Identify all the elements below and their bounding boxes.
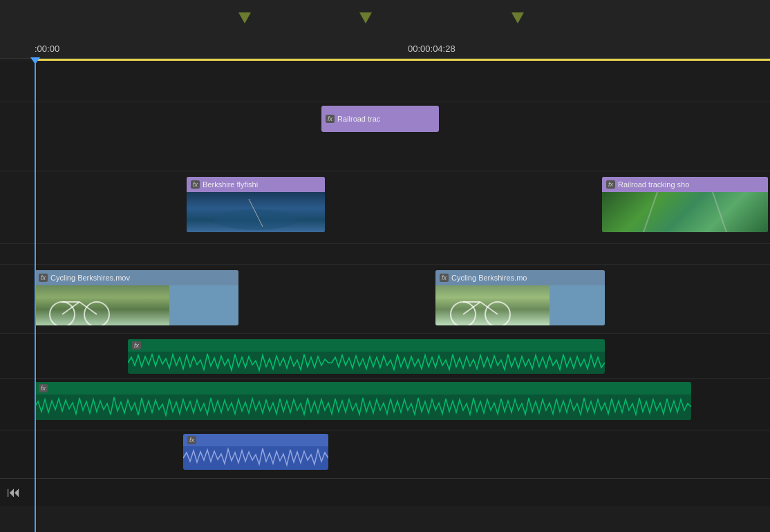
- fx-badge-railroad-tracking: fx: [606, 180, 615, 189]
- track-row-7: fx: [0, 379, 770, 430]
- timecodes: :00:00 00:00:04:28: [0, 38, 770, 59]
- svg-line-8: [62, 302, 79, 314]
- svg-line-3: [713, 192, 726, 232]
- clip-label-cycling-1: Cycling Berkshires.mov: [50, 274, 130, 282]
- timeline-container: :00:00 00:00:04:28 fx Railroad trac: [0, 0, 770, 532]
- clip-label-railroad-top: Railroad trac: [337, 115, 380, 123]
- clip-label-berkshire: Berkshire flyfishi: [203, 180, 258, 189]
- track-row-2: fx Railroad trac: [0, 102, 770, 171]
- playhead-line: [35, 59, 36, 532]
- track-row-1: [0, 61, 770, 102]
- track-row-5: fx Cycling Berkshires.mov: [0, 265, 770, 334]
- skip-to-start-button[interactable]: ⏮: [7, 484, 21, 500]
- fx-badge-audio-1: fx: [132, 341, 141, 350]
- clip-cycling-1[interactable]: fx Cycling Berkshires.mov: [35, 270, 238, 325]
- clip-railroad-top[interactable]: fx Railroad trac: [321, 106, 439, 132]
- fx-badge-cycling-1: fx: [39, 274, 48, 282]
- bottom-controls: ⏮: [0, 478, 770, 506]
- fx-badge-audio-3: fx: [187, 436, 196, 444]
- track-row-4: [0, 244, 770, 265]
- clip-label-railroad-tracking: Railroad tracking sho: [618, 180, 689, 189]
- fx-badge-berkshire: fx: [191, 180, 200, 189]
- clip-railroad-tracking[interactable]: fx Railroad tracking sho: [602, 177, 768, 232]
- track-row-8: fx ⏮: [0, 430, 770, 479]
- svg-line-7: [79, 302, 97, 314]
- marker-3[interactable]: [511, 12, 524, 23]
- marker-1[interactable]: [238, 12, 251, 23]
- clip-audio-3[interactable]: fx: [183, 434, 328, 470]
- svg-line-12: [480, 302, 498, 314]
- timecode-mid: 00:00:04:28: [408, 44, 456, 54]
- track-row-3: fx Berkshire flyfishi fx Railroad tracki…: [0, 171, 770, 244]
- svg-line-2: [644, 192, 657, 232]
- fx-badge-railroad-top: fx: [326, 115, 335, 123]
- ruler: :00:00 00:00:04:28: [0, 0, 770, 59]
- progress-line: [35, 59, 770, 61]
- fx-badge-audio-2: fx: [39, 384, 48, 392]
- svg-line-13: [463, 302, 480, 314]
- clip-label-cycling-2: Cycling Berkshires.mo: [451, 274, 527, 282]
- fx-badge-cycling-2: fx: [440, 274, 449, 282]
- track-row-6: fx: [0, 334, 770, 379]
- tracks-area: fx Railroad trac fx Berkshire flyfishi: [0, 61, 770, 532]
- clip-audio-2[interactable]: fx: [35, 382, 691, 420]
- clip-audio-1[interactable]: fx: [128, 339, 605, 374]
- clip-cycling-2[interactable]: fx Cycling Berkshires.mo: [435, 270, 605, 325]
- timecode-start: :00:00: [35, 44, 59, 54]
- marker-2[interactable]: [359, 12, 372, 23]
- clip-berkshire[interactable]: fx Berkshire flyfishi: [187, 177, 325, 232]
